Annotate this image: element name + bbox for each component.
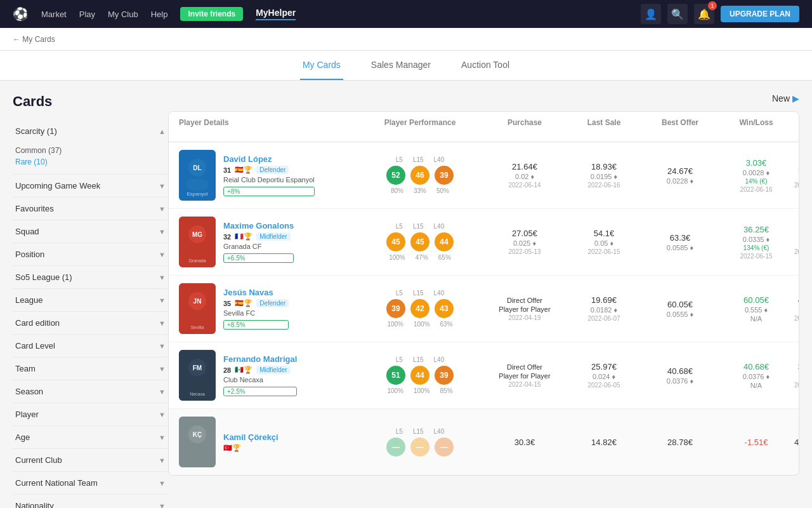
last-sale-cell-gonalons: 54.1€ 0.05 ♦ 2022-06-15 — [566, 229, 642, 255]
score-l15: 46 — [410, 166, 429, 185]
filter-scarcity-subitems: Common (37) Rare (10) — [13, 142, 168, 174]
chevron-down-icon-3: ▼ — [159, 228, 166, 236]
filter-position-header[interactable]: Position ▼ — [13, 243, 168, 265]
svg-text:Necaxa: Necaxa — [190, 392, 205, 396]
filter-team: Team ▼ — [13, 358, 168, 380]
new-arrow-icon: ▶ — [792, 93, 799, 104]
notification-bell[interactable]: 🔔 1 — [694, 4, 714, 24]
svg-text:DL: DL — [193, 164, 201, 171]
last-sale-cell-corekci: 14.82€ — [566, 438, 642, 447]
perf-cell-david-lopez: L5 L15 L40 52 46 39 80% 33% 50% — [357, 156, 483, 194]
filter-nationality: Nationality ▼ — [13, 495, 168, 508]
purchase-cell-navas: Direct Offer Player for Player 2022-04-1… — [483, 297, 566, 321]
filter-team-header[interactable]: Team ▼ — [13, 358, 168, 380]
table-row: FM Necaxa Fernando Madrigal 28 🇲🇽🏆 Midfi… — [169, 342, 799, 409]
purchase-cell-corekci: 30.3€ — [483, 438, 566, 447]
avatar-button[interactable]: 👤 — [641, 4, 661, 24]
filter-league-header[interactable]: League ▼ — [13, 289, 168, 311]
player-info-madrigal: Fernando Madrigal 28 🇲🇽🏆 Midfielder Club… — [223, 354, 297, 396]
filter-national-team: Current National Team ▼ — [13, 472, 168, 495]
player-card-corekci[interactable]: KÇ — [179, 417, 216, 467]
svg-text:JN: JN — [193, 298, 202, 305]
peaks-cell-madrigal: 33.87€ 0.031 ♦ 2022-04-05 47.72€ 0.044 ♦… — [794, 362, 799, 389]
svg-text:FM: FM — [193, 364, 202, 371]
nav-help[interactable]: Help — [151, 10, 168, 19]
sub-bar: ← My Cards — [0, 28, 812, 51]
upgrade-plan-button[interactable]: UPGRADE PLAN — [721, 6, 799, 22]
player-card-gonalons[interactable]: MG Granada — [179, 217, 216, 267]
score-l40: 39 — [435, 166, 454, 185]
filter-upcoming-label: Upcoming Game Week — [15, 181, 100, 190]
invite-friends-button[interactable]: Invite friends — [180, 7, 243, 21]
filter-scarcity-header[interactable]: Scarcity (1) ▲ — [13, 120, 168, 142]
svg-point-2 — [186, 178, 209, 191]
filter-age-header[interactable]: Age ▼ — [13, 426, 168, 448]
filter-card-level-header[interactable]: Card Level ▼ — [13, 335, 168, 357]
peak-3m-col: 18.93€ 0.018 ♦ 2022-06-16 — [794, 162, 799, 189]
chevron-down-icon-4: ▼ — [159, 251, 166, 258]
player-name-navas[interactable]: Jesús Navas — [223, 288, 289, 297]
chevron-down-icon-10: ▼ — [159, 388, 166, 396]
th-last-sale: Last Sale — [566, 118, 642, 135]
win-loss-date: 2022-06-16 — [740, 186, 772, 193]
player-flags: 🇪🇸🏆 — [235, 166, 252, 174]
filter-nationality-header[interactable]: Nationality ▼ — [13, 495, 168, 508]
player-card-madrigal[interactable]: FM Necaxa — [179, 350, 216, 401]
filter-common[interactable]: Common (37) — [15, 145, 166, 156]
tab-auction-tool[interactable]: Auction Tool — [459, 51, 512, 80]
nav-logo: ⚽ — [13, 6, 29, 22]
player-card-david-lopez[interactable]: DL Espanyol — [179, 150, 216, 201]
player-name-madrigal[interactable]: Fernando Madrigal — [223, 354, 297, 364]
player-card-navas[interactable]: JN Sevilla — [179, 283, 216, 334]
filter-upcoming-header[interactable]: Upcoming Game Week ▼ — [13, 175, 168, 197]
player-cell-navas: JN Sevilla Jesús Navas 35 🇪🇸🏆 Defender S… — [179, 283, 357, 334]
filter-team-label: Team — [15, 364, 36, 373]
filter-squad-header[interactable]: Squad ▼ — [13, 220, 168, 243]
chevron-down-icon: ▼ — [159, 182, 166, 190]
player-name-david-lopez[interactable]: David López — [223, 154, 315, 164]
best-offer-cell-gonalons: 63.3€ 0.0585 ♦ — [642, 233, 718, 251]
player-card-svg-2: MG Granada — [179, 217, 216, 267]
filter-card-edition-label: Card edition — [15, 318, 60, 328]
filter-current-club-header[interactable]: Current Club ▼ — [13, 449, 168, 471]
player-info-gonalons: Maxime Gonalons 32 🇫🇷🏆 Midfielder Granad… — [223, 221, 294, 263]
chevron-down-icon-14: ▼ — [159, 479, 166, 487]
chevron-up-icon: ▲ — [159, 128, 166, 135]
player-meta-corekci: 🇹🇷🏆 — [223, 444, 278, 452]
nav-myhelper[interactable]: MyHelper — [256, 8, 296, 20]
cards-table: Player Details Player Performance Purcha… — [168, 111, 799, 476]
player-name-corekci[interactable]: Kamil Çörekçi — [223, 432, 278, 442]
filter-favourites-header[interactable]: Favourites ▼ — [13, 197, 168, 220]
filter-season-header[interactable]: Season ▼ — [13, 380, 168, 403]
search-button[interactable]: 🔍 — [667, 4, 688, 24]
pct-l40: 50% — [436, 187, 449, 194]
breadcrumb-1[interactable]: ← My Cards — [13, 35, 55, 44]
filter-player-header[interactable]: Player ▼ — [13, 403, 168, 425]
filter-rare[interactable]: Rare (10) — [15, 156, 166, 168]
player-flags-4: 🇲🇽🏆 — [235, 366, 252, 374]
player-flags-3: 🇪🇸🏆 — [235, 299, 252, 307]
position-badge-david-lopez: Defender — [256, 166, 289, 174]
filter-card-edition-header[interactable]: Card edition ▼ — [13, 312, 168, 334]
svg-text:KÇ: KÇ — [193, 431, 202, 438]
peaks-label: Peaks — [794, 118, 799, 127]
tab-my-cards[interactable]: My Cards — [300, 51, 343, 80]
new-button[interactable]: New ▶ — [772, 93, 799, 104]
perf-l5: L5 — [396, 156, 403, 163]
filter-national-team-header[interactable]: Current National Team ▼ — [13, 472, 168, 494]
filter-age-label: Age — [15, 432, 30, 442]
tab-sales-manager[interactable]: Sales Manager — [369, 51, 433, 80]
direct-offer-label: Direct Offer — [507, 297, 542, 304]
nav-my-club[interactable]: My Club — [108, 10, 138, 19]
filter-so5-header[interactable]: So5 League (1) ▼ — [13, 266, 168, 288]
player-name-gonalons[interactable]: Maxime Gonalons — [223, 221, 294, 231]
nav-play[interactable]: Play — [79, 10, 95, 19]
chevron-down-icon-8: ▼ — [159, 342, 166, 350]
purchase-price: 21.64€ — [512, 162, 537, 171]
player-cell-gonalons: MG Granada Maxime Gonalons 32 🇫🇷🏆 Midfie… — [179, 217, 357, 267]
filter-squad: Squad ▼ — [13, 220, 168, 243]
win-loss-eur: 3.03€ — [746, 158, 767, 168]
win-loss-eth: 0.0028 ♦ — [743, 169, 769, 177]
nav-market[interactable]: Market — [41, 10, 67, 19]
position-badge-gonalons: Midfielder — [256, 232, 290, 241]
